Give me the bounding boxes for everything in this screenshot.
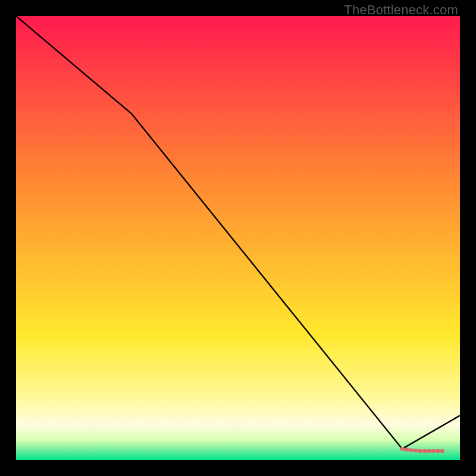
plot-area [16, 16, 460, 460]
bottom-marker [413, 449, 418, 452]
bottom-marker [440, 449, 444, 453]
watermark: TheBottleneck.com [344, 2, 458, 18]
bottom-marker [400, 447, 405, 450]
bottom-marker [427, 449, 431, 453]
bottom-marker [405, 448, 409, 452]
chart-stage: TheBottleneck.com [0, 0, 476, 476]
chart-line [16, 16, 460, 449]
bottom-marker [431, 449, 436, 453]
bottom-marker [409, 449, 414, 452]
bottom-marker [418, 449, 422, 453]
line-layer [16, 16, 460, 460]
bottom-marker [422, 449, 427, 453]
bottom-marker [436, 449, 440, 453]
bottom-marker-group [400, 447, 444, 453]
